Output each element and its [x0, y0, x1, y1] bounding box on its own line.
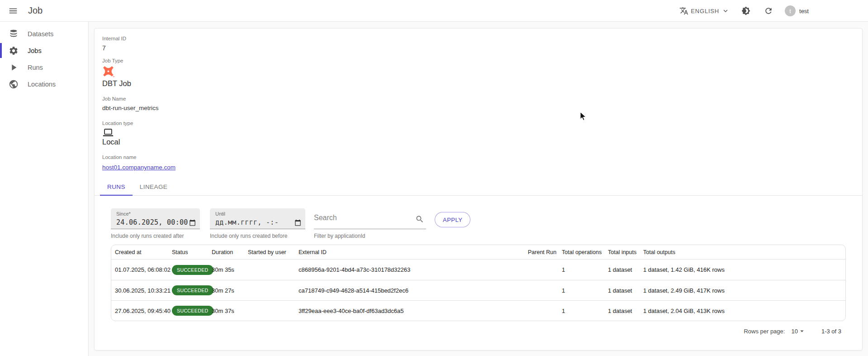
location-name-label: Location name — [102, 154, 846, 160]
user-name: test — [799, 8, 809, 14]
cell-duration: 30m 37s — [208, 308, 244, 314]
cell-created-at: 01.07.2025, 06:08:02 — [111, 266, 168, 273]
search-icon — [415, 215, 424, 224]
refresh-button[interactable] — [762, 5, 775, 17]
status-badge: SUCCEEDED — [172, 265, 213, 275]
sidebar-item-locations[interactable]: Locations — [0, 76, 88, 92]
runs-panel: Since* 24.06.2025, 00:00 Include only ru… — [95, 196, 862, 335]
sidebar-item-runs[interactable]: Runs — [0, 59, 88, 76]
sidebar-item-label: Locations — [28, 81, 56, 88]
avatar: t — [785, 5, 796, 16]
job-name-label: Job Name — [102, 96, 846, 101]
cell-external-id: ca718749-c949-4628-a514-415bed2f2ec6 — [295, 287, 524, 294]
location-type-label: Location type — [102, 120, 846, 126]
since-date-input[interactable]: Since* 24.06.2025, 00:00 — [111, 208, 200, 229]
cell-duration: 30m 35s — [208, 266, 244, 273]
dbt-logo-icon — [102, 65, 846, 78]
cell-duration: 30m 27s — [208, 287, 244, 294]
col-header-status: Status — [168, 249, 208, 255]
since-field: Since* 24.06.2025, 00:00 Include only ru… — [111, 208, 200, 239]
location-type-value: Local — [102, 138, 846, 146]
search-input[interactable] — [314, 214, 409, 222]
cell-total-outputs: 1 dataset, 2.49 GiB, 417K rows — [640, 287, 845, 294]
table-row[interactable]: 01.07.2025, 06:08:02 SUCCEEDED 30m 35s c… — [111, 260, 845, 280]
table-row[interactable]: 30.06.2025, 10:33:21 SUCCEEDED 30m 27s c… — [111, 280, 845, 300]
language-selector[interactable]: ENGLISH — [679, 6, 730, 15]
translate-icon — [679, 6, 688, 15]
cell-status: SUCCEEDED — [168, 265, 208, 275]
brightness-icon — [741, 6, 750, 15]
cell-total-outputs: 1 dataset, 2.04 GiB, 413K rows — [640, 308, 845, 314]
cell-created-at: 30.06.2025, 10:33:21 — [111, 287, 168, 294]
apply-button[interactable]: APPLY — [435, 212, 470, 227]
until-field: Until дд.мм.гггг, -:- Include only runs … — [210, 208, 305, 239]
col-header-duration: Duration — [208, 249, 244, 255]
app-bar: Job ENGLISH t test — [0, 0, 868, 22]
theme-toggle-button[interactable] — [740, 5, 752, 17]
rows-per-page-select[interactable]: 10 — [791, 327, 806, 335]
since-value: 24.06.2025, 00:00 — [116, 218, 188, 226]
until-helper: Include only runs created before — [210, 233, 305, 239]
location-name-link[interactable]: host01.companyname.com — [102, 164, 175, 171]
cell-total-inputs: 1 dataset — [604, 266, 640, 273]
internal-id-value: 7 — [102, 44, 846, 52]
sidebar: Datasets Jobs Runs Locations — [0, 22, 89, 356]
until-date-input[interactable]: Until дд.мм.гггг, -:- — [210, 208, 305, 229]
col-header-created-at: Created at — [111, 249, 168, 255]
col-header-external-id: External ID — [295, 249, 524, 255]
globe-icon — [9, 79, 19, 89]
cell-total-outputs: 1 dataset, 1.42 GiB, 416K rows — [640, 266, 845, 273]
table-header-row: Created at Status Duration Started by us… — [111, 245, 845, 260]
refresh-icon — [764, 6, 773, 15]
dropdown-arrow-icon — [798, 327, 806, 335]
status-badge: SUCCEEDED — [172, 285, 213, 295]
cell-created-at: 27.06.2025, 09:45:40 — [111, 308, 168, 314]
menu-button[interactable] — [6, 4, 20, 18]
tab-bar: RUNS LINEAGE — [95, 178, 862, 196]
since-label: Since* — [116, 211, 131, 216]
job-fields: Internal ID 7 Job Type DBT Job Job Name … — [95, 29, 862, 171]
cell-external-id: 3ff29eaa-eee3-40ce-ba0f-df63ad3dc6a5 — [295, 308, 524, 314]
cell-status: SUCCEEDED — [168, 285, 208, 295]
sidebar-item-label: Datasets — [28, 30, 53, 38]
hamburger-icon — [8, 6, 18, 16]
play-icon — [9, 63, 19, 72]
rows-per-page-value: 10 — [791, 328, 797, 335]
tab-lineage[interactable]: LINEAGE — [133, 178, 175, 195]
job-name-value: dbt-run-user_metrics — [102, 105, 846, 111]
until-label: Until — [215, 211, 225, 216]
tab-runs[interactable]: RUNS — [100, 178, 133, 195]
table-row[interactable]: 27.06.2025, 09:45:40 SUCCEEDED 30m 37s 3… — [111, 300, 845, 321]
filters-row: Since* 24.06.2025, 00:00 Include only ru… — [111, 208, 846, 239]
user-menu-button[interactable]: t test — [785, 5, 809, 16]
sidebar-item-label: Runs — [28, 64, 43, 71]
status-badge: SUCCEEDED — [172, 306, 213, 316]
calendar-icon[interactable] — [189, 219, 196, 226]
internal-id-label: Internal ID — [102, 36, 846, 41]
job-detail-card: Internal ID 7 Job Type DBT Job Job Name … — [94, 28, 863, 351]
cell-status: SUCCEEDED — [168, 306, 208, 316]
since-helper: Include only runs created after — [111, 233, 200, 239]
cell-total-operations: 1 — [558, 266, 604, 273]
runs-table: Created at Status Duration Started by us… — [111, 245, 846, 321]
laptop-icon — [102, 129, 846, 137]
col-header-started-by-user: Started by user — [244, 249, 295, 255]
calendar-icon[interactable] — [294, 219, 301, 226]
gear-icon — [9, 46, 19, 56]
sidebar-item-jobs[interactable]: Jobs — [0, 42, 88, 59]
language-label: ENGLISH — [691, 8, 719, 14]
sidebar-item-datasets[interactable]: Datasets — [0, 25, 88, 42]
pagination: Rows per page: 10 1-3 of 3 — [111, 327, 846, 335]
cell-total-operations: 1 — [558, 287, 604, 294]
cell-total-operations: 1 — [558, 308, 604, 314]
database-icon — [9, 29, 19, 39]
cell-external-id: c868956a-9201-4bd4-a73c-310178d32263 — [295, 266, 524, 273]
until-placeholder: дд.мм.гггг, -:- — [215, 218, 279, 226]
col-header-total-inputs: Total inputs — [604, 249, 640, 255]
pagination-range: 1-3 of 3 — [821, 328, 841, 335]
cell-total-inputs: 1 dataset — [604, 287, 640, 294]
search-field: Filter by applicationId — [314, 208, 426, 239]
page-title: Job — [28, 5, 43, 16]
chevron-down-icon — [721, 7, 730, 15]
col-header-total-outputs: Total outputs — [640, 249, 845, 255]
